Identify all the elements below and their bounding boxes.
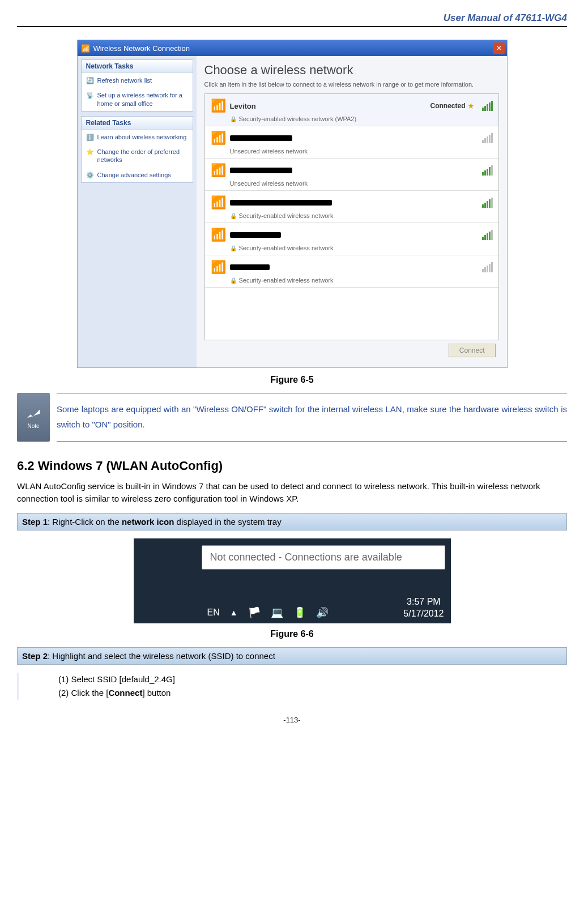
sidebar-item-label: Change the order of preferred networks xyxy=(97,148,188,164)
network-tray-icon[interactable]: 💻 xyxy=(271,606,283,619)
network-item[interactable]: 📶 🔒Security-enabled wireless network xyxy=(205,223,498,255)
antenna-icon: 📡 xyxy=(86,91,94,99)
page-number: -113- xyxy=(17,716,567,724)
connected-star-icon: ★ xyxy=(468,102,474,110)
sidebar-item-order[interactable]: ⭐ Change the order of preferred networks xyxy=(82,144,193,168)
connect-button[interactable]: Connect xyxy=(449,344,496,357)
signal-icon xyxy=(482,165,493,176)
wifi-icon: 📶 xyxy=(211,195,225,210)
wifi-icon: 📶 xyxy=(211,260,225,275)
step-1-bold: network icon xyxy=(122,517,174,527)
lock-icon: 🔒 xyxy=(230,277,237,284)
network-desc: Unsecured wireless network xyxy=(230,148,493,155)
lock-icon: 🔒 xyxy=(230,116,237,122)
sidebar-group-related-tasks: Related Tasks ℹ️ Learn about wireless ne… xyxy=(81,116,193,183)
network-list: 📶 Leviton Connected ★ 🔒 Security-enabled… xyxy=(204,93,499,340)
section-6-2-paragraph: WLAN AutoConfig service is built-in in W… xyxy=(17,480,567,505)
network-name-redacted xyxy=(230,168,292,173)
signal-icon xyxy=(482,230,493,240)
network-name-redacted xyxy=(230,232,281,238)
flag-icon[interactable]: 🏳️ xyxy=(248,606,261,619)
wifi-icon: 📶 xyxy=(211,228,225,242)
network-item[interactable]: 📶 Leviton Connected ★ 🔒 Security-enabled… xyxy=(205,94,498,126)
sidebar-item-advanced[interactable]: ⚙️ Change advanced settings xyxy=(82,168,193,182)
gear-icon: ⚙️ xyxy=(86,171,94,179)
step-2-bar: Step 2: Highlight and select the wireles… xyxy=(17,647,567,665)
close-icon[interactable]: ✕ xyxy=(493,42,505,54)
header-rule: User Manual of 47611-WG4 xyxy=(17,26,567,27)
figure-6-6-caption: Figure 6-6 xyxy=(17,629,567,639)
window-main-heading: Choose a wireless network xyxy=(204,63,499,78)
volume-icon[interactable]: 🔊 xyxy=(316,606,329,619)
step-1-text-a: : Right-Click on the xyxy=(48,517,122,527)
step-1-label: Step 1 xyxy=(22,517,48,527)
battery-icon[interactable]: 🔋 xyxy=(293,606,306,619)
sidebar-group-network-tasks: Network Tasks 🔄 Refresh network list 📡 S… xyxy=(81,59,193,112)
step-2-substeps: (1) Select SSID [defauld_2.4G] (2) Click… xyxy=(58,673,567,700)
info-icon: ℹ️ xyxy=(86,133,94,141)
sidebar-item-refresh[interactable]: 🔄 Refresh network list xyxy=(82,73,193,88)
sidebar-item-label: Change advanced settings xyxy=(97,171,171,179)
network-name-redacted xyxy=(230,264,270,270)
step-2-label: Step 2 xyxy=(22,651,48,661)
signal-icon xyxy=(482,133,493,143)
window-main: Choose a wireless network Click an item … xyxy=(197,56,507,367)
window-main-sub: Click an item in the list below to conne… xyxy=(204,81,499,88)
sidebar-item-learn[interactable]: ℹ️ Learn about wireless networking xyxy=(82,130,193,144)
star-icon: ⭐ xyxy=(86,148,94,156)
substep-1: (1) Select SSID [defauld_2.4G] xyxy=(58,673,567,686)
section-6-2-heading: 6.2 Windows 7 (WLAN AutoConfig) xyxy=(17,459,567,473)
lock-icon: 🔒 xyxy=(230,213,237,219)
wifi-window-icon: 📶 xyxy=(81,44,90,53)
network-item[interactable]: 📶 🔒Security-enabled wireless network xyxy=(205,191,498,223)
network-name-redacted xyxy=(230,200,332,206)
network-name-redacted xyxy=(230,135,292,141)
doc-title: User Manual of 47611-WG4 xyxy=(444,12,567,24)
signal-icon xyxy=(482,101,493,111)
sidebar-item-label: Learn about wireless networking xyxy=(97,133,187,141)
network-item[interactable]: 📶 Unsecured wireless network xyxy=(205,126,498,159)
wifi-icon: 📶 xyxy=(211,99,225,113)
figure-6-5-caption: Figure 6-5 xyxy=(17,375,567,385)
system-tray: EN ▲ 🏳️ 💻 🔋 🔊 xyxy=(207,606,329,619)
tray-tooltip: Not connected - Connections are availabl… xyxy=(202,545,445,570)
window-title-text: Wireless Network Connection xyxy=(93,44,190,53)
sidebar-item-label: Refresh network list xyxy=(97,76,152,84)
window-titlebar: 📶 Wireless Network Connection ✕ xyxy=(78,40,507,56)
network-item[interactable]: 📶 Unsecured wireless network xyxy=(205,159,498,191)
network-desc: 🔒 Security-enabled wireless network (WPA… xyxy=(230,116,493,122)
sidebar-group-title: Network Tasks xyxy=(82,60,193,73)
step-1-text-b: displayed in the system tray xyxy=(174,517,281,527)
signal-icon xyxy=(482,198,493,208)
substep-2: (2) Click the [Connect] button xyxy=(58,686,567,700)
figure-6-5-window: 📶 Wireless Network Connection ✕ Network … xyxy=(77,40,508,368)
tray-date-text: 5/17/2012 xyxy=(403,608,444,620)
refresh-icon: 🔄 xyxy=(86,76,94,84)
sidebar-group-title: Related Tasks xyxy=(82,117,193,130)
step-1-bar: Step 1: Right-Click on the network icon … xyxy=(17,513,567,531)
network-desc: Unsecured wireless network xyxy=(230,180,493,187)
network-desc: 🔒Security-enabled wireless network xyxy=(230,277,493,284)
sidebar: Network Tasks 🔄 Refresh network list 📡 S… xyxy=(78,56,197,367)
chevron-up-icon[interactable]: ▲ xyxy=(230,608,238,617)
network-desc: 🔒Security-enabled wireless network xyxy=(230,212,493,219)
network-status: Connected ★ xyxy=(430,102,474,110)
tray-lang: EN xyxy=(207,608,220,618)
network-desc: 🔒Security-enabled wireless network xyxy=(230,245,493,251)
lock-icon: 🔒 xyxy=(230,245,237,251)
network-item[interactable]: 📶 🔒Security-enabled wireless network xyxy=(205,255,498,288)
sidebar-item-setup[interactable]: 📡 Set up a wireless network for a home o… xyxy=(82,88,193,111)
wifi-icon: 📶 xyxy=(211,131,225,146)
network-name: Leviton xyxy=(230,102,256,110)
step-2-text: : Highlight and select the wireless netw… xyxy=(48,651,275,661)
note-icon: Note xyxy=(17,393,50,442)
sidebar-item-label: Set up a wireless network for a home or … xyxy=(97,91,188,108)
wifi-icon: 📶 xyxy=(211,163,225,178)
figure-6-6-image: Not connected - Connections are availabl… xyxy=(134,538,451,623)
tray-clock[interactable]: 3:57 PM 5/17/2012 xyxy=(403,596,444,620)
tray-time-text: 3:57 PM xyxy=(403,596,444,608)
note-text: Some laptops are equipped with an "Wirel… xyxy=(57,393,567,442)
note-box: Note Some laptops are equipped with an "… xyxy=(17,393,567,442)
signal-icon xyxy=(482,262,493,272)
